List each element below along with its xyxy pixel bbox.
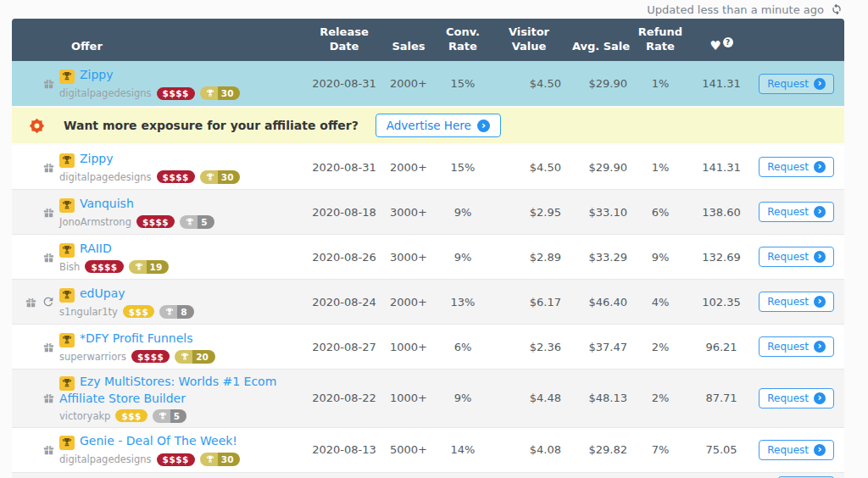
- trophy-icon: [59, 243, 75, 258]
- vendor-name[interactable]: digitalpagedesigns: [59, 453, 152, 465]
- row-icons: [12, 161, 59, 174]
- offer-link[interactable]: *DFY Profit Funnels: [80, 331, 193, 345]
- request-button[interactable]: Request ›: [759, 388, 834, 409]
- arrow-right-icon: ›: [477, 119, 490, 132]
- header-visitor-value: Visitor Value: [490, 25, 568, 54]
- refund-rate-cell: 1%: [634, 161, 687, 174]
- trophy-icon: [59, 333, 75, 347]
- request-button[interactable]: Request ›: [759, 157, 834, 177]
- request-cell: Request ›: [756, 440, 844, 460]
- badge-trophy-icon: [153, 409, 170, 423]
- visitor-value-cell: $2.89: [490, 251, 568, 264]
- trophy-icon: [59, 69, 75, 84]
- conv-rate-cell: 6%: [436, 341, 490, 353]
- trophy-icon: [59, 376, 75, 391]
- refund-rate-cell: 2%: [634, 392, 687, 404]
- offer-link[interactable]: Genie - Deal Of The Week!: [80, 434, 237, 447]
- gift-icon[interactable]: [25, 296, 37, 308]
- request-button[interactable]: Request ›: [759, 336, 834, 357]
- vendor-name[interactable]: digitalpagedesigns: [59, 171, 152, 183]
- trophy-count-badge: 30: [200, 86, 241, 100]
- release-date-cell: 2020-08-31: [307, 77, 381, 90]
- refresh-icon[interactable]: [831, 3, 843, 15]
- arrow-right-icon: ›: [814, 341, 826, 353]
- request-button[interactable]: Request ›: [759, 440, 834, 460]
- offer-link[interactable]: Vanquish: [80, 197, 134, 210]
- offer-row: *DFY Profit Funnels superwarriors $$$$ 2…: [12, 325, 844, 370]
- offer-cell: Zippy digitalpagedesigns $$$$ 30: [59, 67, 307, 100]
- refund-rate-cell: 4%: [634, 296, 687, 308]
- request-button-label: Request: [767, 206, 809, 218]
- offers-table: Offer Release Date Sales Conv. Rate Visi…: [12, 19, 844, 478]
- offer-row: Zippy digitalpagedesigns $$$$ 30 2020-08…: [12, 61, 844, 106]
- gift-icon[interactable]: [42, 77, 55, 90]
- header-conv-rate: Conv. Rate: [436, 25, 490, 54]
- vendor-name[interactable]: digitalpagedesigns: [59, 87, 152, 99]
- request-cell: Request ›: [756, 74, 844, 94]
- price-badge: $$$$: [131, 350, 170, 363]
- offer-link[interactable]: Zippy: [80, 152, 114, 165]
- request-button-label: Request: [767, 296, 809, 308]
- vendor-name[interactable]: victoryakp: [59, 410, 110, 422]
- vendor-name[interactable]: JonoArmstrong: [59, 216, 131, 228]
- price-badge: $$$: [115, 409, 147, 422]
- help-icon[interactable]: ?: [723, 37, 733, 47]
- refund-rate-cell: 2%: [634, 341, 687, 353]
- conv-rate-cell: 14%: [436, 443, 490, 456]
- trophy-count: 5: [198, 215, 214, 229]
- header-release-date: Release Date: [307, 25, 381, 54]
- offer-link[interactable]: Zippy: [80, 68, 114, 81]
- offer-link[interactable]: Ezy MultiStores: Worlds #1 Ecom Affiliat…: [59, 375, 276, 405]
- release-date-cell: 2020-08-18: [307, 206, 381, 219]
- price-badge: $$$$: [157, 87, 195, 100]
- badge-trophy-icon: [175, 350, 192, 364]
- offer-cell: Ezy MultiStores: Worlds #1 Ecom Affiliat…: [59, 374, 307, 423]
- hearts-cell: 75.05: [687, 443, 756, 456]
- header-avg-sale: Avg. Sale: [568, 39, 634, 54]
- conv-rate-cell: 9%: [436, 206, 490, 219]
- gift-icon[interactable]: [42, 341, 55, 353]
- request-button[interactable]: Request ›: [759, 202, 834, 222]
- gift-icon[interactable]: [42, 251, 55, 264]
- request-button-label: Request: [767, 161, 809, 173]
- offer-row: Zippy digitalpagedesigns $$$$ 30 2020-08…: [12, 145, 844, 190]
- request-button-label: Request: [767, 251, 809, 263]
- request-button[interactable]: Request ›: [759, 247, 834, 267]
- offer-link[interactable]: edUpay: [80, 286, 125, 300]
- offer-row: Genie - Deal Of The Week! digitalpagedes…: [12, 428, 844, 473]
- visitor-value-cell: $4.08: [490, 443, 568, 456]
- recurring-icon: [42, 295, 55, 308]
- trophy-count: 19: [147, 260, 170, 274]
- request-cell: Request ›: [756, 336, 844, 357]
- refund-rate-cell: 9%: [634, 251, 687, 264]
- visitor-value-cell: $6.17: [490, 296, 568, 308]
- offer-row: edUpay s1ngular1ty $$$ 8 2020-08-24 2000…: [12, 280, 844, 325]
- sun-icon: [27, 116, 47, 136]
- trophy-count-badge: 30: [200, 453, 241, 466]
- request-button[interactable]: Request ›: [759, 292, 834, 312]
- gift-icon[interactable]: [42, 206, 55, 219]
- conv-rate-cell: 9%: [436, 392, 490, 404]
- avg-sale-cell: $48.13: [568, 392, 634, 404]
- trophy-count-badge: 30: [200, 170, 241, 184]
- advertise-button-label: Advertise Here: [387, 119, 471, 132]
- request-cell: Request ›: [756, 157, 844, 177]
- request-cell: Request ›: [756, 202, 844, 222]
- request-cell: Request ›: [756, 292, 844, 312]
- advertise-here-button[interactable]: Advertise Here ›: [376, 114, 501, 137]
- release-date-cell: 2020-08-26: [307, 251, 381, 264]
- vendor-name[interactable]: s1ngular1ty: [59, 306, 118, 318]
- gift-icon[interactable]: [42, 392, 55, 404]
- trophy-count-badge: 20: [175, 350, 215, 364]
- avg-sale-cell: $29.82: [568, 443, 634, 456]
- price-badge: $$$$: [157, 453, 195, 466]
- updated-bar: Updated less than a minute ago: [0, 0, 868, 19]
- offer-link[interactable]: RAIID: [80, 242, 112, 255]
- request-button[interactable]: Request ›: [759, 74, 834, 94]
- gift-icon[interactable]: [42, 443, 55, 456]
- gift-icon[interactable]: [42, 161, 55, 174]
- row-icons: [12, 295, 59, 308]
- hearts-cell: 138.60: [687, 206, 756, 219]
- vendor-name[interactable]: superwarriors: [59, 351, 126, 363]
- vendor-name[interactable]: Bish: [59, 261, 80, 273]
